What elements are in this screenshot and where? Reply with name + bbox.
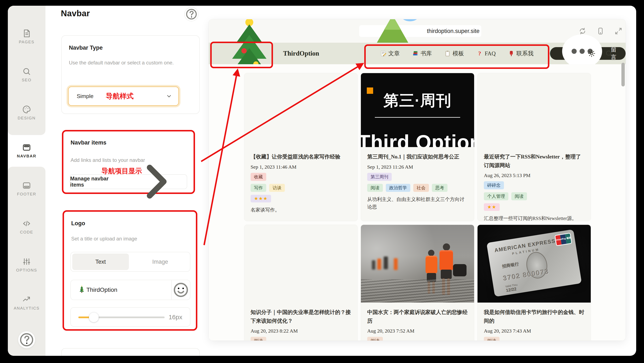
- post-tag[interactable]: 阅读: [367, 184, 383, 192]
- post-title: 我是如何借助信用卡节约旅行中的金钱、时间的: [484, 308, 584, 325]
- navbar-type-card: Navbar Type Use the default navbar or se…: [61, 35, 200, 114]
- code-icon: [22, 219, 31, 228]
- help-icon: [18, 331, 35, 348]
- emoji-picker-button[interactable]: [171, 280, 190, 300]
- books-icon: [412, 50, 419, 57]
- navbar-items-card: Navbar items Add links and lists to your…: [62, 130, 195, 194]
- post-tag[interactable]: 阅读: [250, 337, 266, 340]
- sidebar-item-pages[interactable]: PAGES: [8, 29, 46, 56]
- sidebar-item-label: ANALYTICS: [14, 306, 40, 310]
- post-date: Aug 26, 2023 5:13 PM: [484, 173, 584, 178]
- post-title: 最近研究了一下RSS和Newsletter，整理了订阅源网站: [484, 152, 584, 170]
- manage-navbar-items-button[interactable]: Manage navbar items: [70, 174, 187, 189]
- navbar-type-selected-value: Simple: [77, 93, 94, 100]
- site-logo[interactable]: ThirdOption: [218, 43, 319, 64]
- post-tag[interactable]: 社会: [413, 184, 429, 192]
- post-tag[interactable]: 思考: [432, 184, 448, 192]
- black-bag: [453, 264, 466, 276]
- sidebar-item-label: SEO: [22, 78, 32, 82]
- post-card-4[interactable]: 知识分子｜中国的失业率是怎样统计的？接下来该如何优化？Aug 20, 2023 …: [244, 224, 358, 340]
- post-tag[interactable]: 阅读: [511, 192, 527, 200]
- logo-input-value: ThirdOption: [86, 286, 117, 293]
- sidebar-item-label: OPTIONS: [16, 268, 37, 272]
- sun-icon[interactable]: [588, 49, 596, 58]
- tag-row: 阅读: [367, 337, 468, 340]
- app-screenshot: PAGESSEODESIGNNAVBARFOOTERCODEOPTIONSANA…: [0, 0, 644, 363]
- post-tag[interactable]: 政治哲学: [386, 184, 410, 192]
- tab-text[interactable]: Text: [72, 254, 129, 270]
- post-card-2[interactable]: 第三·周刊Third Option第三周刊_No.1｜我们应该如何思考公正Sep…: [361, 73, 474, 221]
- help-icon: [185, 8, 198, 21]
- tag-row: 阅读政治哲学社会思考: [367, 184, 468, 192]
- site-nav-item-2[interactable]: 书库: [412, 50, 432, 57]
- post-thumbnail-empty: [478, 73, 591, 147]
- site-nav-item-3[interactable]: 模板: [444, 50, 464, 57]
- sidebar-item-label: FOOTER: [17, 192, 36, 196]
- post-tag[interactable]: 第三周刊: [367, 173, 392, 181]
- slider-knob[interactable]: [89, 312, 99, 322]
- logo-size-slider[interactable]: [78, 316, 164, 318]
- panel-help-button[interactable]: [184, 7, 198, 21]
- sidebar-item-design[interactable]: DESIGN: [8, 105, 46, 132]
- thumbnail-divider: [375, 117, 460, 118]
- post-tag[interactable]: 访谈: [269, 184, 285, 192]
- post-tag[interactable]: 收藏: [250, 173, 266, 181]
- svg-text:?: ?: [478, 50, 481, 57]
- christmas-tree-icon: [78, 286, 85, 294]
- expand-icon[interactable]: [614, 27, 623, 35]
- annotation-navbar-style: 导航样式: [106, 92, 134, 101]
- footer-icon: [22, 181, 31, 190]
- sidebar-item-navbar[interactable]: NAVBAR: [8, 143, 46, 170]
- page-title: Navbar: [61, 9, 90, 18]
- star-rating-tag[interactable]: ★★★: [250, 195, 271, 202]
- tab-image[interactable]: Image: [132, 254, 188, 270]
- clipboard-icon: [444, 50, 451, 57]
- thumbnail-title: 第三·周刊: [361, 90, 474, 111]
- sidebar-item-seo[interactable]: SEO: [8, 67, 46, 94]
- options-icon: [22, 257, 31, 266]
- post-thumbnail-credit-card-photo: AMERICAN EXPRESSPLATINUMUnionPay 银联招商银行3…: [478, 225, 591, 302]
- sidebar-item-code[interactable]: CODE: [8, 219, 46, 246]
- post-card-1[interactable]: 【收藏】让你受益匪浅的名家写作经验Sep 1, 2023 11:46 AM收藏写…: [244, 73, 358, 221]
- navbar-type-description: Use the default navbar or select a custo…: [69, 58, 187, 67]
- site-preview: thirdoption.super.site ThirdOption 文章书库模…: [209, 19, 626, 340]
- post-card-5[interactable]: 中国水灾：两个家庭诉说家破人亡的悲惨经历Aug 20, 2023 7:52 AM…: [361, 224, 474, 340]
- site-nav-item-4[interactable]: ?FAQ: [476, 50, 496, 57]
- navbar-type-select[interactable]: Simple 导航样式: [68, 86, 179, 106]
- sidebar-item-footer[interactable]: FOOTER: [8, 181, 46, 208]
- site-navbar: ThirdOption 文章书库模板?FAQ联系我 留言: [209, 43, 626, 64]
- post-tag[interactable]: 阅读: [484, 337, 500, 340]
- credit-card: AMERICAN EXPRESSPLATINUMUnionPay 银联招商银行3…: [486, 229, 582, 297]
- scrollbar[interactable]: [622, 63, 625, 86]
- post-tag[interactable]: 阅读: [367, 337, 383, 340]
- post-card-3[interactable]: 最近研究了一下RSS和Newsletter，整理了订阅源网站Aug 26, 20…: [477, 73, 591, 221]
- site-nav-item-label: 模板: [452, 50, 464, 57]
- post-tag[interactable]: 个人管理: [484, 192, 508, 200]
- card-number: 3702 800073: [503, 268, 550, 282]
- help-button[interactable]: [18, 331, 35, 348]
- post-date: Sep 1, 2023 11:46 AM: [250, 164, 351, 170]
- logo-size-control: 16px: [70, 307, 190, 327]
- post-tag[interactable]: 写作: [250, 184, 266, 192]
- post-card-6[interactable]: AMERICAN EXPRESSPLATINUMUnionPay 银联招商银行3…: [477, 224, 591, 340]
- design-icon: [22, 105, 31, 114]
- preview-url-bar[interactable]: thirdoption.super.site: [359, 25, 481, 37]
- post-description: 名家谈写作。: [250, 206, 351, 214]
- site-nav-item-label: FAQ: [485, 50, 496, 57]
- star-rating-tag[interactable]: ★★: [484, 203, 500, 211]
- tag-row: 个人管理阅读: [484, 192, 584, 200]
- logo-text-input[interactable]: ThirdOption: [70, 280, 190, 300]
- smiley-icon: [172, 281, 190, 299]
- post-tag[interactable]: 碎碎念: [484, 181, 504, 189]
- sidebar-item-options[interactable]: OPTIONS: [8, 257, 46, 284]
- sidebar-item-analytics[interactable]: ANALYTICS: [8, 295, 46, 322]
- logo-card: Logo Set a title or upload an image Text…: [62, 210, 197, 331]
- site-nav-item-5[interactable]: 联系我: [508, 50, 534, 57]
- logo-description: Set a title or upload an image: [71, 234, 190, 243]
- card-valid: Valid Thru12/22: [505, 283, 518, 293]
- chevron-down-icon: [166, 93, 172, 100]
- navbar-type-title: Navbar Type: [69, 44, 103, 51]
- search-icon[interactable]: [605, 49, 613, 58]
- seo-icon: [22, 67, 31, 76]
- site-nav-item-1[interactable]: 文章: [380, 50, 400, 57]
